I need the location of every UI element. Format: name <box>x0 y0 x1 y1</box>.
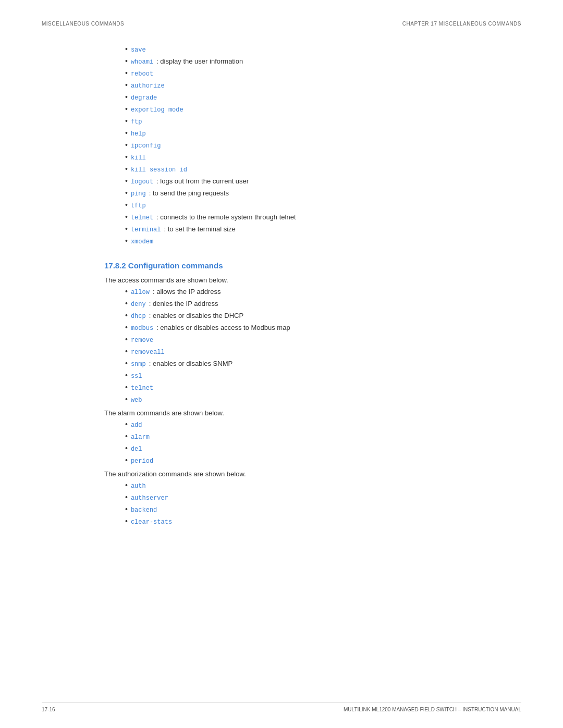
list-item: del <box>125 444 469 453</box>
command-code[interactable]: allow <box>131 289 150 296</box>
command-code[interactable]: authorize <box>131 82 165 90</box>
list-item: degrade <box>125 93 469 102</box>
command-desc: : display the user information <box>156 57 243 65</box>
header-right: CHAPTER 17 MISCELLANEOUS COMMANDS <box>402 21 521 27</box>
command-code[interactable]: removeall <box>131 349 165 356</box>
list-item: ftp <box>125 117 469 126</box>
command-code[interactable]: kill <box>131 154 146 162</box>
command-code[interactable]: xmodem <box>131 238 153 245</box>
access-intro: The access commands are shown below. <box>104 276 469 284</box>
command-code[interactable]: exportlog mode <box>131 106 183 114</box>
list-item: ipconfig <box>125 141 469 150</box>
command-code[interactable]: terminal <box>131 226 161 233</box>
list-item: kill <box>125 153 469 162</box>
list-item: dhcp: enables or disables the DHCP <box>125 311 469 320</box>
command-desc: : connects to the remote system through … <box>156 213 296 221</box>
list-item: snmp: enables or disables SNMP <box>125 359 469 368</box>
command-code[interactable]: period <box>131 458 153 465</box>
list-item: xmodem <box>125 237 469 245</box>
command-code[interactable]: remove <box>131 337 153 344</box>
footer-title: MULTILINK ML1200 MANAGED FIELD SWITCH – … <box>344 707 521 712</box>
list-item: auth <box>125 481 469 490</box>
command-code[interactable]: deny <box>131 301 146 308</box>
command-code[interactable]: logout <box>131 178 153 186</box>
command-code[interactable]: web <box>131 397 142 404</box>
command-code[interactable]: degrade <box>131 94 157 102</box>
command-code[interactable]: reboot <box>131 70 153 78</box>
list-item: authserver <box>125 493 469 502</box>
list-item: ping: to send the ping requests <box>125 189 469 198</box>
header-left: MISCELLANEOUS COMMANDS <box>42 21 124 27</box>
alarm-intro: The alarm commands are shown below. <box>104 409 469 417</box>
command-code[interactable]: ping <box>131 190 146 198</box>
command-code[interactable]: ssl <box>131 373 142 380</box>
list-item: backend <box>125 505 469 514</box>
list-item: tftp <box>125 201 469 209</box>
command-code[interactable]: help <box>131 130 146 138</box>
command-code[interactable]: alarm <box>131 434 150 441</box>
list-item: save <box>125 45 469 54</box>
command-desc: : enables or disables access to Modbus m… <box>156 324 290 331</box>
command-code[interactable]: telnet <box>131 214 153 221</box>
command-code[interactable]: authserver <box>131 495 168 502</box>
list-item: authorize <box>125 81 469 90</box>
page: MISCELLANEOUS COMMANDS CHAPTER 17 MISCEL… <box>0 0 563 728</box>
list-item: help <box>125 129 469 138</box>
auth-intro: The authorization commands are shown bel… <box>104 470 469 478</box>
list-item: whoami: display the user information <box>125 57 469 66</box>
command-code[interactable]: modbus <box>131 325 153 332</box>
page-footer: 17-16 MULTILINK ML1200 MANAGED FIELD SWI… <box>42 702 521 712</box>
list-item: clear-stats <box>125 517 469 526</box>
command-code[interactable]: snmp <box>131 361 146 368</box>
list-item: web <box>125 395 469 404</box>
list-item: logout: logs out from the current user <box>125 177 469 186</box>
command-code[interactable]: kill session id <box>131 166 187 174</box>
list-item: removeall <box>125 347 469 356</box>
section-heading: 17.8.2 Configuration commands <box>104 261 469 270</box>
list-item: allow: allows the IP address <box>125 287 469 296</box>
command-code[interactable]: ftp <box>131 118 142 126</box>
list-item: reboot <box>125 69 469 78</box>
list-item: add <box>125 420 469 429</box>
command-code[interactable]: telnet <box>131 385 153 392</box>
list-item: kill session id <box>125 165 469 174</box>
list-item: terminal: to set the terminal size <box>125 225 469 233</box>
alarm-list: addalarmdelperiod <box>125 420 469 465</box>
command-code[interactable]: clear-stats <box>131 519 172 526</box>
command-code[interactable]: ipconfig <box>131 142 161 150</box>
list-item: telnet: connects to the remote system th… <box>125 213 469 221</box>
command-desc: : logs out from the current user <box>156 177 249 185</box>
command-code[interactable]: backend <box>131 507 157 514</box>
footer-page-number: 17-16 <box>42 707 55 712</box>
command-code[interactable]: tftp <box>131 202 146 209</box>
auth-list: authauthserverbackendclear-stats <box>125 481 469 526</box>
command-desc: : enables or disables SNMP <box>149 360 232 367</box>
list-item: period <box>125 456 469 465</box>
list-item: exportlog mode <box>125 105 469 114</box>
command-desc: : to send the ping requests <box>149 189 229 197</box>
command-code[interactable]: add <box>131 422 142 429</box>
list-item: alarm <box>125 432 469 441</box>
command-code[interactable]: dhcp <box>131 313 146 320</box>
command-code[interactable]: del <box>131 446 142 453</box>
main-content: savewhoami: display the user information… <box>42 45 521 526</box>
list-item: modbus: enables or disables access to Mo… <box>125 323 469 332</box>
list-item: deny: denies the IP address <box>125 299 469 308</box>
command-desc: : allows the IP address <box>153 288 221 295</box>
list-item: ssl <box>125 371 469 380</box>
command-code[interactable]: whoami <box>131 58 153 66</box>
list-item: telnet <box>125 383 469 392</box>
list-item: remove <box>125 335 469 344</box>
command-desc: : denies the IP address <box>149 300 218 307</box>
top-bullet-list: savewhoami: display the user information… <box>125 45 469 245</box>
command-desc: : to set the terminal size <box>164 225 236 233</box>
command-code[interactable]: auth <box>131 483 146 490</box>
page-header: MISCELLANEOUS COMMANDS CHAPTER 17 MISCEL… <box>42 21 521 29</box>
command-desc: : enables or disables the DHCP <box>149 312 243 319</box>
access-list: allow: allows the IP addressdeny: denies… <box>125 287 469 404</box>
command-code[interactable]: save <box>131 46 146 54</box>
